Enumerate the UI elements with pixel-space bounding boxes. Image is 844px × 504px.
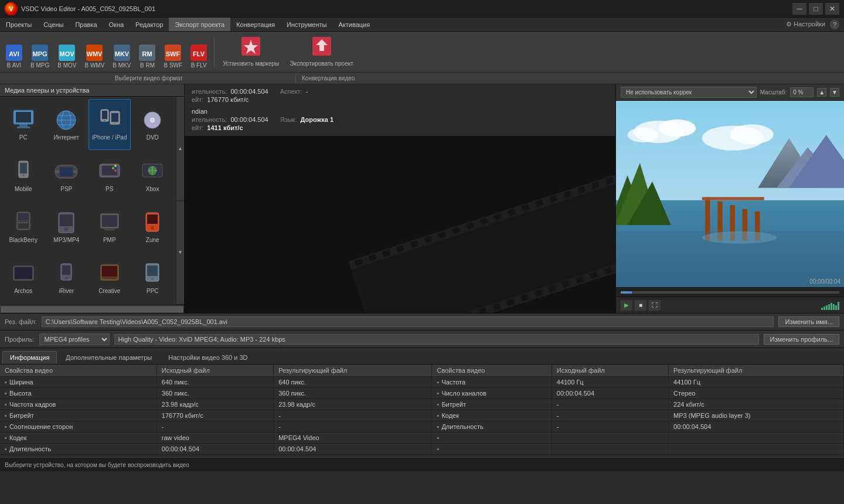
table-row: ▪Длительность 00:00:04.504 00:00:04.504 … [0,444,844,455]
close-button[interactable]: ✕ [825,3,839,15]
device-ps[interactable]: PS [89,151,131,201]
device-mobile[interactable]: Mobile [2,151,45,201]
menu-export[interactable]: Экспорт проекта [169,18,230,31]
svg-point-145 [702,231,777,244]
fullscreen-button[interactable]: ⛶ [649,300,661,311]
menu-convert[interactable]: Конвертация [230,18,281,31]
blackberry-icon [9,210,38,236]
volume-bars [821,301,839,310]
device-blackberry[interactable]: BlackBerry [2,202,45,252]
svg-rect-68 [102,215,117,227]
video-src-cell: raw video [156,433,273,444]
format-mov-btn[interactable]: MOV B MOV [54,35,80,70]
title-bar-controls: ─ □ ✕ [792,3,839,15]
video-src-cell: - [156,421,273,433]
export-project-btn[interactable]: Экспортировать проект [285,35,358,70]
flv-label: B FLV [191,62,207,69]
device-psp-label: PSP [60,186,72,193]
play-button[interactable]: ▶ [621,300,632,311]
video-prop-cell: ▪Битрейт [0,410,156,421]
rm-icon: RM [139,45,155,61]
device-iphone-label: iPhone / iPad [92,134,127,141]
format-wmv-btn[interactable]: WMV B WMV [81,35,108,70]
menu-tools[interactable]: Инструменты [281,18,333,31]
menu-bar-right: ⚙ Настройки ? [786,20,844,29]
lang-label: Язык: [280,116,297,123]
device-psp[interactable]: PSP [46,151,88,201]
svg-rect-80 [103,277,116,279]
minimize-button[interactable]: ─ [792,3,806,15]
change-profile-btn[interactable]: Изменить профиль... [764,334,839,345]
device-ppc[interactable]: PPC [132,253,174,302]
bitrate-item: ейт: 176770 кбит/с [192,96,249,103]
svg-rect-79 [102,266,117,277]
device-internet[interactable]: Интернет [46,99,88,150]
tab-info[interactable]: Информация [2,351,57,364]
scroll-up-btn[interactable]: ▲ [176,97,184,201]
audio-result-cell: 224 кбит/с [669,399,844,410]
format-rm-btn[interactable]: RM B RM [135,35,159,70]
format-avi-btn[interactable]: AVI B AVI [2,35,26,70]
video-src-cell: 23.98 кадр/с [156,399,273,410]
scale-down-btn[interactable]: ▼ [830,88,839,97]
format-flv-btn[interactable]: FLV B FLV [187,35,210,70]
bitrate-value: 176770 кбит/с [207,96,249,103]
scale-input[interactable] [790,87,814,97]
change-filename-btn[interactable]: Изменить имя... [778,316,839,327]
svg-point-77 [65,277,67,280]
device-iriver[interactable]: iRiver [46,253,88,302]
left-panel-body: PC Интернет [0,97,184,305]
th-result-file: Результирующий файл [274,365,432,377]
settings-label[interactable]: ⚙ Настройки [786,21,825,28]
device-dvd-label: DVD [147,134,159,141]
menu-windows[interactable]: Окна [103,18,130,31]
mobile-icon [9,159,38,185]
svg-rect-23 [16,112,31,122]
table-header-row: Свойства видео Исходный файл Результирую… [0,365,844,377]
format-swf-btn[interactable]: SWF B SWF [160,35,186,70]
format-mpg-btn[interactable]: MPG B MPG [27,35,53,70]
device-pc[interactable]: PC [2,99,45,150]
preview-progress[interactable] [616,287,844,297]
menu-scenes[interactable]: Сцены [38,18,69,31]
profile-select[interactable]: MPEG4 profiles [39,333,110,345]
device-creative[interactable]: Creative [89,253,131,302]
format-mkv-btn[interactable]: MKV B MKV [109,35,134,70]
device-pmp[interactable]: PMP [89,202,131,252]
tab-video360[interactable]: Настройки видео 360 и 3D [161,351,255,364]
device-zune[interactable]: Zune [132,202,174,252]
markers-icon [241,37,260,59]
audio-src-cell: - [552,410,668,421]
svg-rect-41 [20,163,27,173]
device-iphone[interactable]: iPhone / iPad [89,99,131,150]
rm-label: B RM [140,62,155,69]
menu-projects[interactable]: Проекты [0,18,38,31]
help-label[interactable]: ? [830,20,839,29]
scale-up-btn[interactable]: ▲ [817,88,826,97]
set-markers-btn[interactable]: Установить маркеры [218,35,284,70]
horizontal-scrollbar[interactable] [1,307,183,312]
bitrate-label: ейт: [192,96,203,103]
device-mp3mp4[interactable]: MP3/MP4 [46,202,88,252]
device-xbox[interactable]: Xbox [132,151,174,201]
vol-bar-3 [826,305,828,310]
menu-activate[interactable]: Активация [332,18,376,31]
status-bar: Выберите устройство, на котором вы будет… [0,458,844,471]
tab-advanced[interactable]: Дополнительные параметры [58,351,159,364]
vol-bar-5 [831,303,832,310]
file-path-input[interactable] [42,316,774,327]
profile-desc-input[interactable] [114,334,759,345]
device-dvd[interactable]: DVD [132,99,174,150]
scroll-down-btn[interactable]: ▼ [176,201,184,305]
mov-icon: MOV [59,45,75,61]
correction-select[interactable]: Не использовать коррек [621,87,757,98]
wmv-icon: WMV [86,45,103,61]
device-archos[interactable]: Archos [2,253,45,302]
svg-point-46 [73,170,77,173]
menu-edit[interactable]: Правка [69,18,103,31]
menu-editor[interactable]: Редактор [130,18,169,31]
main-area: Медиа плееры и устройства PC Интернет [0,84,844,313]
stop-button[interactable]: ■ [635,300,646,311]
pc-icon [9,107,38,133]
maximize-button[interactable]: □ [809,3,823,15]
